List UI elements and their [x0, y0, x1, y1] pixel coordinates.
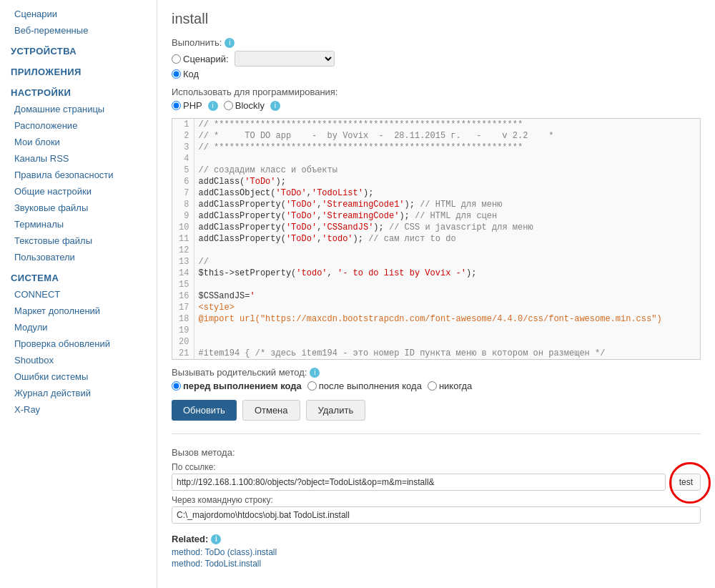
call-method-label: Вызов метода: — [172, 447, 701, 458]
scenario-radio-group: Сценарий: — [172, 51, 701, 67]
related-section: Related: i method: ToDo (class).install … — [172, 534, 701, 569]
url-field[interactable] — [172, 474, 666, 491]
code-line-7: 7 addClassObject('ToDo','TodoList'); — [172, 187, 700, 199]
blockly-info-icon[interactable]: i — [270, 101, 280, 111]
related-link-2[interactable]: method: TodoList.install — [172, 559, 701, 569]
code-line-6: 6 addClass('ToDo'); — [172, 176, 700, 187]
code-line-10: 10 addClassProperty('ToDo','CSSandJS'); … — [172, 222, 700, 233]
call-method-section: Вызов метода: По ссылке: test Через кома… — [172, 447, 701, 524]
related-title: Related: i — [172, 534, 701, 544]
test-button-container: test — [671, 474, 701, 491]
sidebar-item-general-settings[interactable]: Общие настройки — [0, 183, 157, 200]
action-buttons: Обновить Отмена Удалить — [172, 400, 701, 421]
php-info-icon[interactable]: i — [208, 101, 218, 111]
scenario-radio-label[interactable]: Сценарий: — [172, 54, 229, 64]
sidebar-item-terminals[interactable]: Терминалы — [0, 216, 157, 232]
scenario-select[interactable] — [235, 51, 335, 67]
sidebar-item-sound-files[interactable]: Звуковые файлы — [0, 200, 157, 216]
before-radio[interactable] — [172, 381, 181, 391]
call-parent-info-icon[interactable]: i — [310, 368, 320, 378]
code-line-18: 18 @import url("https://maxcdn.bootstrap… — [172, 313, 700, 325]
code-line-13: 13 // — [172, 256, 700, 268]
cancel-button[interactable]: Отмена — [242, 400, 300, 421]
sidebar-item-connect[interactable]: CONNECT — [0, 286, 157, 303]
sidebar-item-modules[interactable]: Модули — [0, 319, 157, 335]
cmd-label: Через командную строку: — [172, 495, 701, 505]
main-content: install Выполнить: i Сценарий: Код Испол… — [157, 0, 715, 588]
code-line-3: 3 // ***********************************… — [172, 142, 700, 153]
sidebar-item-location[interactable]: Расположение — [0, 117, 157, 134]
never-radio[interactable] — [428, 381, 437, 391]
scenario-radio[interactable] — [172, 54, 181, 64]
sidebar-item-shoutbox[interactable]: Shoutbox — [0, 352, 157, 368]
after-radio-label[interactable]: после выполнения кода — [307, 381, 422, 391]
code-line-14: 14 $this->setProperty('todo', '- to do l… — [172, 268, 700, 279]
code-line-9: 9 addClassProperty('ToDo','StreamingCode… — [172, 210, 700, 222]
code-line-21: 21 #item194 { /* здесь item194 - это ном… — [172, 348, 700, 359]
programming-section: Использовать для программирования: PHP i… — [172, 87, 701, 111]
code-line-16: 16 $CSSandJS=' — [172, 290, 700, 302]
code-line-2: 2 // * TO DO app - by Vovix - 28.11.2015… — [172, 130, 700, 142]
after-radio[interactable] — [307, 381, 317, 391]
code-line-1: 1 // ***********************************… — [172, 119, 700, 130]
sidebar-item-market[interactable]: Маркет дополнений — [0, 303, 157, 319]
by-url-label: По ссылке: — [172, 462, 701, 472]
sidebar-header-apps: ПРИЛОЖЕНИЯ — [0, 59, 157, 80]
never-radio-label[interactable]: никогда — [428, 381, 472, 391]
code-line-11: 11 addClassProperty('ToDo','todo'); // с… — [172, 233, 700, 245]
related-link-1[interactable]: method: ToDo (class).install — [172, 547, 701, 557]
sidebar-item-home-pages[interactable]: Домашние страницы — [0, 101, 157, 117]
code-line-8: 8 addClassProperty('ToDo','StreamingCode… — [172, 199, 700, 210]
delete-button[interactable]: Удалить — [306, 400, 366, 421]
test-button[interactable]: test — [671, 474, 701, 491]
url-row: test — [172, 474, 701, 491]
sidebar-item-my-blocks[interactable]: Мои блоки — [0, 134, 157, 150]
sidebar-item-scenarios[interactable]: Сценарии — [0, 6, 157, 22]
execute-section: Выполнить: i Сценарий: Код — [172, 37, 701, 79]
blockly-radio-label[interactable]: Blockly — [224, 100, 265, 111]
sidebar-header-devices: УСТРОЙСТВА — [0, 39, 157, 59]
sidebar-item-web-vars[interactable]: Веб-переменные — [0, 22, 157, 39]
code-radio-label[interactable]: Код — [172, 69, 199, 79]
before-radio-label[interactable]: перед выполнением кода — [172, 381, 302, 391]
code-line-12: 12 — [172, 245, 700, 256]
divider — [172, 433, 701, 434]
call-parent-section: Вызывать родительский метод: i перед вып… — [172, 367, 701, 391]
sidebar-header-system: СИСТЕМА — [0, 265, 157, 286]
sidebar-item-action-log[interactable]: Журнал действий — [0, 385, 157, 401]
code-line-5: 5 // создадим класс и объекты — [172, 165, 700, 176]
update-button[interactable]: Обновить — [172, 400, 237, 421]
sidebar-item-check-updates[interactable]: Проверка обновлений — [0, 335, 157, 352]
code-line-4: 4 — [172, 153, 700, 165]
code-editor[interactable]: 1 // ***********************************… — [172, 118, 701, 360]
code-line-20: 20 — [172, 336, 700, 348]
page-title: install — [172, 11, 701, 27]
call-parent-radio-group: перед выполнением кода после выполнения … — [172, 381, 701, 391]
php-radio[interactable] — [172, 101, 181, 110]
programming-radio-group: PHP i Blockly i — [172, 100, 701, 111]
sidebar-header-settings: НАСТРОЙКИ — [0, 80, 157, 101]
sidebar: Сценарии Веб-переменные УСТРОЙСТВА ПРИЛО… — [0, 0, 157, 588]
related-info-icon[interactable]: i — [211, 534, 221, 544]
code-radio-group: Код — [172, 69, 701, 79]
code-line-17: 17 <style> — [172, 302, 700, 313]
code-line-19: 19 — [172, 325, 700, 336]
code-radio[interactable] — [172, 69, 181, 79]
code-table: 1 // ***********************************… — [172, 119, 700, 359]
cmd-field[interactable] — [172, 506, 701, 524]
sidebar-item-text-files[interactable]: Текстовые файлы — [0, 232, 157, 249]
blockly-radio[interactable] — [224, 101, 233, 110]
sidebar-item-security[interactable]: Правила безопасности — [0, 167, 157, 183]
call-parent-label: Вызывать родительский метод: i — [172, 367, 701, 378]
sidebar-item-rss[interactable]: Каналы RSS — [0, 150, 157, 167]
execute-label: Выполнить: i — [172, 37, 701, 48]
execute-info-icon[interactable]: i — [225, 38, 235, 48]
code-line-15: 15 — [172, 279, 700, 290]
sidebar-item-users[interactable]: Пользователи — [0, 249, 157, 265]
use-for-programming-label: Использовать для программирования: — [172, 87, 701, 97]
sidebar-item-xray[interactable]: X-Ray — [0, 401, 157, 418]
php-radio-label[interactable]: PHP — [172, 100, 202, 111]
sidebar-item-errors[interactable]: Ошибки системы — [0, 368, 157, 385]
